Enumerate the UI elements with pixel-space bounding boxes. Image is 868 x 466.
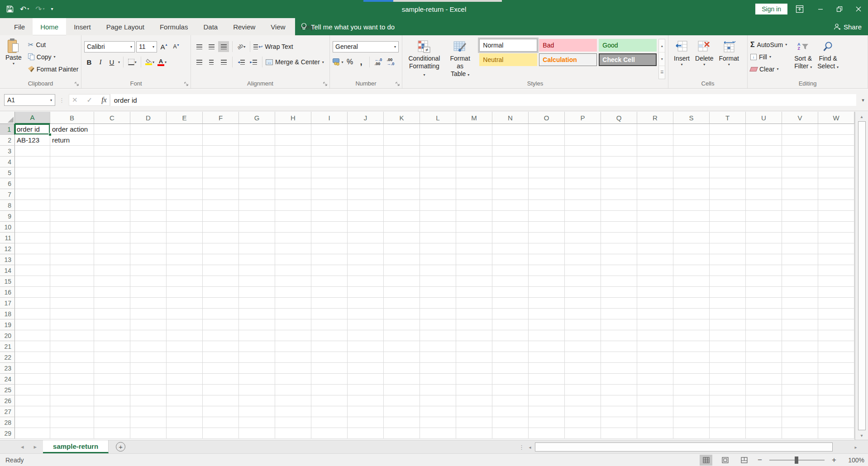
cell-W23[interactable] [818,363,854,374]
cell-H10[interactable] [275,222,311,233]
cell-B9[interactable] [50,211,94,222]
cell-R15[interactable] [637,276,673,287]
cell-G2[interactable] [239,135,275,146]
cell-F28[interactable] [203,417,239,428]
cell-W27[interactable] [818,406,854,417]
cell-style-check-cell[interactable]: Check Cell [599,53,657,66]
top-align-button[interactable] [194,41,205,52]
cell-E8[interactable] [167,200,203,211]
number-dialog-launcher-icon[interactable] [396,82,400,86]
cell-C29[interactable] [94,428,130,439]
cell-D4[interactable] [130,157,167,167]
cell-N22[interactable] [492,352,529,363]
cell-A13[interactable] [15,254,50,265]
cell-G15[interactable] [239,276,275,287]
cell-G24[interactable] [239,374,275,385]
row-header-20[interactable]: 20 [0,330,15,341]
cell-C14[interactable] [94,265,130,276]
cell-T5[interactable] [710,167,746,178]
bottom-align-button[interactable] [218,41,229,52]
cell-G4[interactable] [239,157,275,167]
cell-V29[interactable] [782,428,818,439]
cell-U15[interactable] [746,276,782,287]
cell-I7[interactable] [311,189,348,200]
sign-in-button[interactable]: Sign in [755,4,787,14]
cell-T7[interactable] [710,189,746,200]
cell-I24[interactable] [311,374,348,385]
cell-J27[interactable] [348,406,384,417]
cell-U25[interactable] [746,385,782,395]
cell-G27[interactable] [239,406,275,417]
fill-button[interactable]: ↓Fill▾ [750,51,787,63]
cell-N4[interactable] [492,157,529,167]
tab-page-layout[interactable]: Page Layout [99,18,152,35]
cell-U23[interactable] [746,363,782,374]
cell-H24[interactable] [275,374,311,385]
cell-M14[interactable] [456,265,492,276]
cell-O21[interactable] [529,341,565,352]
cell-D22[interactable] [130,352,167,363]
cell-O28[interactable] [529,417,565,428]
decrease-indent-button[interactable]: ◂ [236,57,247,67]
cell-S29[interactable] [673,428,710,439]
cell-U5[interactable] [746,167,782,178]
cell-Q12[interactable] [601,243,637,254]
cell-B16[interactable] [50,287,94,298]
grow-font-button[interactable]: A▴ [158,41,169,52]
cell-O1[interactable] [529,124,565,135]
cell-T23[interactable] [710,363,746,374]
cell-I11[interactable] [311,233,348,243]
cell-E6[interactable] [167,178,203,189]
cell-W26[interactable] [818,395,854,406]
cell-W28[interactable] [818,417,854,428]
cell-K26[interactable] [384,395,420,406]
cell-W29[interactable] [818,428,854,439]
cell-R5[interactable] [637,167,673,178]
cell-R11[interactable] [637,233,673,243]
cell-E3[interactable] [167,146,203,157]
row-header-16[interactable]: 16 [0,287,15,298]
cell-M21[interactable] [456,341,492,352]
cell-T3[interactable] [710,146,746,157]
cell-L20[interactable] [420,330,456,341]
cell-G22[interactable] [239,352,275,363]
cell-A22[interactable] [15,352,50,363]
cell-J8[interactable] [348,200,384,211]
cell-M25[interactable] [456,385,492,395]
cell-P22[interactable] [565,352,601,363]
gallery-more-icon[interactable]: ☰ [659,66,665,79]
cell-F16[interactable] [203,287,239,298]
cell-M15[interactable] [456,276,492,287]
cell-O19[interactable] [529,319,565,330]
cell-C7[interactable] [94,189,130,200]
cell-A15[interactable] [15,276,50,287]
cell-A16[interactable] [15,287,50,298]
page-layout-view-button[interactable] [719,455,731,466]
cell-L14[interactable] [420,265,456,276]
cell-N25[interactable] [492,385,529,395]
cell-V14[interactable] [782,265,818,276]
cell-D26[interactable] [130,395,167,406]
cell-I22[interactable] [311,352,348,363]
cell-G19[interactable] [239,319,275,330]
column-header-A[interactable]: A [15,112,50,124]
cell-K13[interactable] [384,254,420,265]
cell-D19[interactable] [130,319,167,330]
cell-E20[interactable] [167,330,203,341]
cell-U2[interactable] [746,135,782,146]
cell-P2[interactable] [565,135,601,146]
cell-N24[interactable] [492,374,529,385]
column-header-P[interactable]: P [565,112,601,124]
cell-U17[interactable] [746,298,782,309]
expand-formula-bar-icon[interactable]: ▾ [858,97,868,103]
cell-G8[interactable] [239,200,275,211]
cell-H4[interactable] [275,157,311,167]
column-header-U[interactable]: U [746,112,782,124]
cell-J3[interactable] [348,146,384,157]
font-size-combo[interactable]: 11▾ [136,41,157,52]
cell-U3[interactable] [746,146,782,157]
cell-E13[interactable] [167,254,203,265]
cell-U6[interactable] [746,178,782,189]
cell-D11[interactable] [130,233,167,243]
cell-I18[interactable] [311,309,348,319]
